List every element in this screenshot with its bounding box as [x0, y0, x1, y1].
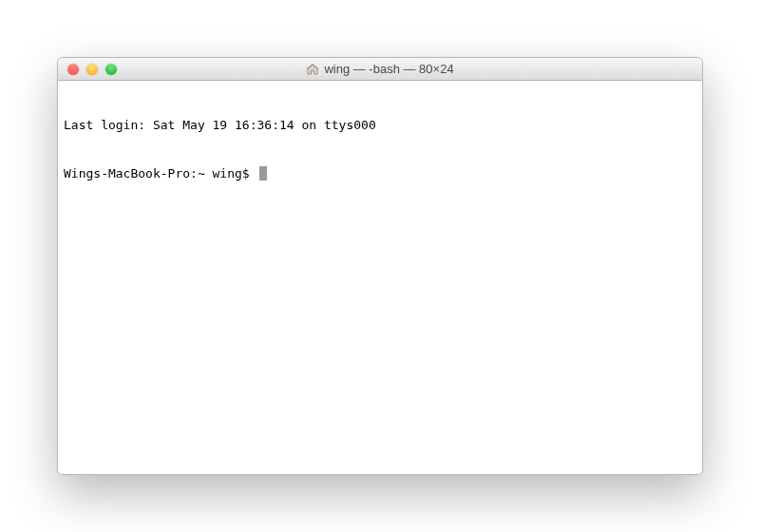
- window-titlebar[interactable]: wing — -bash — 80×24: [58, 58, 702, 81]
- minimize-button[interactable]: [86, 64, 98, 75]
- prompt-text: Wings-MacBook-Pro:~ wing$: [64, 165, 257, 181]
- traffic-lights: [58, 64, 117, 75]
- close-button[interactable]: [67, 64, 79, 75]
- zoom-button[interactable]: [105, 64, 117, 75]
- cursor: [259, 166, 267, 180]
- last-login-line: Last login: Sat May 19 16:36:14 on ttys0…: [64, 117, 696, 133]
- prompt-line: Wings-MacBook-Pro:~ wing$: [64, 165, 696, 181]
- home-folder-icon: [306, 64, 319, 75]
- terminal-content[interactable]: Last login: Sat May 19 16:36:14 on ttys0…: [58, 81, 702, 474]
- window-title-text: wing — -bash — 80×24: [324, 62, 453, 76]
- terminal-window: wing — -bash — 80×24 Last login: Sat May…: [57, 57, 703, 475]
- window-title: wing — -bash — 80×24: [58, 58, 702, 80]
